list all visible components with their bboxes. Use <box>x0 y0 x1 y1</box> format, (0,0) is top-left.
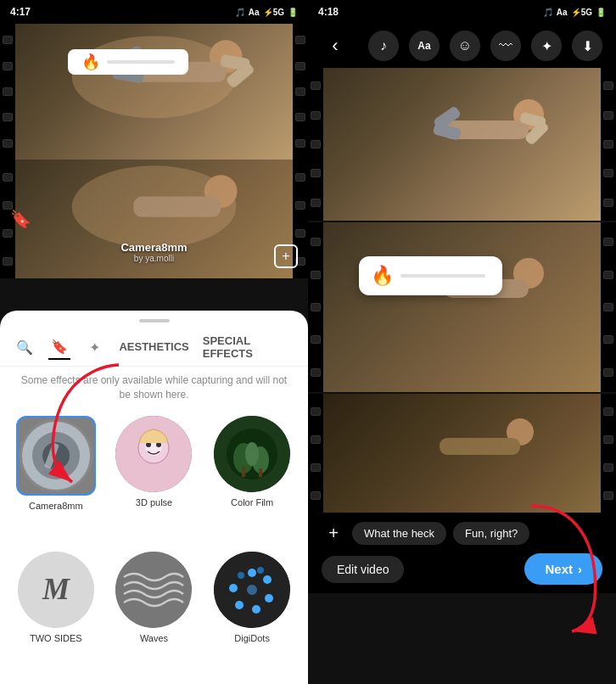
filter-thumb-colorfilm <box>214 416 290 492</box>
person-figure-top <box>0 24 308 160</box>
emoji-slider[interactable] <box>400 274 485 278</box>
right-video-bot <box>308 394 616 513</box>
filter-name-colorfilm: Color Film <box>231 497 273 507</box>
add-button[interactable]: + <box>274 244 298 268</box>
sticker-fun-right[interactable]: Fun, right? <box>453 522 529 545</box>
right-film-right-bot <box>601 394 616 513</box>
svg-point-33 <box>252 605 260 614</box>
sticker-icon-btn[interactable]: ☺ <box>450 31 480 61</box>
music-icon: ♪ <box>380 38 387 53</box>
next-chevron-icon: › <box>578 562 582 576</box>
filter-thumb-digidots <box>214 552 290 628</box>
right-video-top <box>308 68 616 221</box>
video-top: 🔥 <box>0 24 308 160</box>
action-row: Edit video Next › <box>322 553 602 585</box>
filter-bottom-sheet: 🔍 🔖 ✦ AESTHETICS SPECIAL EFFECTS Some ef… <box>0 311 308 684</box>
aesthetics-tab[interactable]: AESTHETICS <box>119 340 188 355</box>
person-right-top <box>308 68 580 221</box>
svg-text:M: M <box>42 572 71 606</box>
svg-rect-9 <box>133 196 221 216</box>
svg-point-36 <box>238 572 244 579</box>
sticker-icon: ☺ <box>458 38 472 53</box>
draw-icon-btn[interactable]: 〰 <box>490 31 521 61</box>
svg-point-23 <box>245 442 259 466</box>
sheet-handle <box>139 319 170 322</box>
person-right-mid <box>308 222 580 392</box>
left-status-bar: 4:17 🎵 Aa ⚡5G 🔋 <box>0 0 308 24</box>
sheet-tabs: 🔍 🔖 ✦ AESTHETICS SPECIAL EFFECTS <box>0 329 308 367</box>
text-icon: Aa <box>417 40 430 52</box>
filter-thumb-3dpulse <box>115 416 192 492</box>
svg-point-31 <box>263 575 272 584</box>
filter-3dpulse[interactable]: 3D pulse <box>109 416 200 545</box>
filter-name-digidots: DigiDots <box>234 633 270 643</box>
download-icon-btn[interactable]: ⬇ <box>572 31 602 61</box>
right-video-mid: 🔥 <box>308 222 616 392</box>
svg-rect-25 <box>259 468 262 477</box>
svg-point-38 <box>247 585 257 595</box>
filter-name-twosides: TWO SIDES <box>30 633 82 643</box>
right-film-right-mid <box>601 222 616 392</box>
next-label: Next <box>545 562 573 576</box>
filter-waves[interactable]: Waves <box>109 552 200 677</box>
svg-rect-49 <box>440 438 520 455</box>
right-status-bar: 4:18 🎵 Aa ⚡5G 🔋 <box>308 0 616 24</box>
filter-thumb-camera8mm <box>16 416 96 496</box>
next-button[interactable]: Next › <box>524 553 602 585</box>
svg-point-34 <box>235 601 244 609</box>
text-icon-btn[interactable]: Aa <box>409 31 440 61</box>
right-phone: 4:18 🎵 Aa ⚡5G 🔋 ‹ ♪ Aa ☺ 〰 ✦ <box>308 0 616 684</box>
effects-icon: ✦ <box>541 38 552 54</box>
emoji-fire-card: 🔥 <box>359 256 502 295</box>
effects-icon-btn[interactable]: ✦ <box>531 31 562 61</box>
filter-colorfilm[interactable]: Color Film <box>206 416 298 545</box>
filter-name-3dpulse: 3D pulse <box>136 497 172 507</box>
draw-icon: 〰 <box>499 38 512 53</box>
filter-digidots[interactable]: DigiDots <box>206 552 298 677</box>
svg-rect-24 <box>242 467 245 477</box>
back-button[interactable]: ‹ <box>322 32 349 59</box>
bookmark-tab[interactable]: 🔖 <box>48 336 70 360</box>
download-icon: ⬇ <box>582 38 593 54</box>
right-time: 4:18 <box>318 6 339 18</box>
video-bottom: Camera8mm by ya.molli 🔖 + <box>0 160 308 278</box>
right-film-right-top <box>601 68 616 221</box>
fire-emoji: 🔥 <box>371 265 394 287</box>
filter-name-camera8mm: Camera8mm <box>29 501 83 511</box>
person-right-bot <box>308 394 580 513</box>
flame-sticker-top: 🔥 <box>68 49 188 75</box>
sticker-what-the-heck[interactable]: What the heck <box>352 522 446 545</box>
bookmark-icon[interactable]: 🔖 <box>10 209 31 229</box>
sheet-notice: Some effects are only available while ca… <box>0 367 308 409</box>
star-tab[interactable]: ✦ <box>84 336 105 360</box>
add-sticker-button[interactable]: + <box>322 521 345 545</box>
filter-name-waves: Waves <box>140 633 168 643</box>
left-status-icons: 🎵 Aa ⚡5G 🔋 <box>235 8 298 17</box>
filter-grid: Camera8mm 3D <box>0 409 308 684</box>
svg-point-37 <box>257 567 264 574</box>
right-header: ‹ ♪ Aa ☺ 〰 ✦ ⬇ <box>308 24 616 68</box>
camera8mm-label: Camera8mm by ya.molli <box>120 241 187 263</box>
search-tab[interactable]: 🔍 <box>14 336 35 360</box>
header-icon-row: ♪ Aa ☺ 〰 ✦ ⬇ <box>368 31 602 61</box>
filter-thumb-twosides: M <box>18 552 94 628</box>
svg-point-35 <box>229 584 238 592</box>
svg-point-32 <box>265 594 273 603</box>
edit-video-button[interactable]: Edit video <box>322 556 404 583</box>
right-bottom-bar: + What the heck Fun, right? Edit video N… <box>308 513 616 593</box>
special-effects-tab[interactable]: SPECIAL EFFECTS <box>203 334 294 362</box>
filter-twosides[interactable]: M TWO SIDES <box>10 552 102 677</box>
svg-point-30 <box>248 569 256 577</box>
left-phone: 4:17 🎵 Aa ⚡5G 🔋 <box>0 0 308 684</box>
filter-thumb-waves <box>115 552 192 628</box>
sticker-row: + What the heck Fun, right? <box>322 521 602 545</box>
right-status-icons: 🎵 Aa ⚡5G 🔋 <box>543 8 606 17</box>
filter-camera8mm[interactable]: Camera8mm <box>10 416 102 545</box>
left-time: 4:17 <box>10 6 31 18</box>
music-icon-btn[interactable]: ♪ <box>368 31 399 61</box>
